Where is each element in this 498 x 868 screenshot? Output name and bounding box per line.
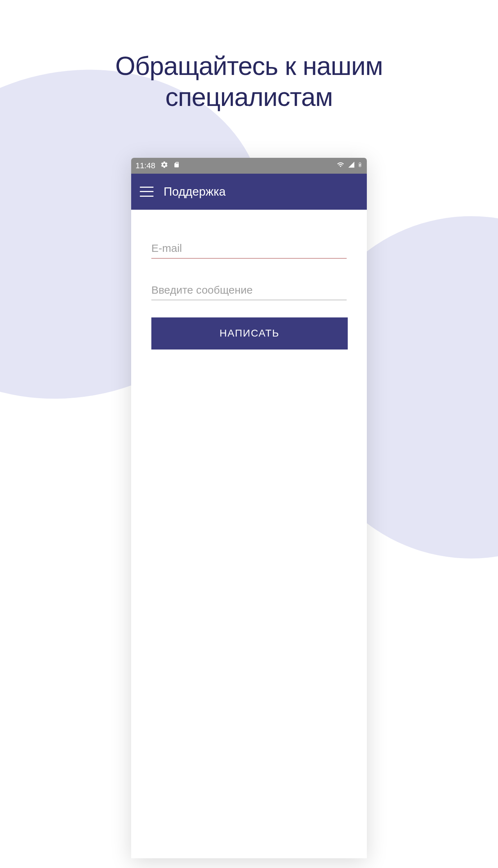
gear-icon xyxy=(160,161,168,171)
sd-card-icon xyxy=(173,161,180,171)
status-bar-right xyxy=(336,161,363,171)
status-time: 11:48 xyxy=(135,161,155,170)
support-form: НАПИСАТЬ xyxy=(131,210,367,858)
message-input[interactable] xyxy=(151,280,347,300)
promo-heading-line1: Обращайтесь к нашим xyxy=(115,52,383,80)
signal-icon xyxy=(347,161,355,170)
wifi-icon xyxy=(336,161,345,170)
app-bar: Поддержка xyxy=(131,174,367,210)
promo-heading-line2: специалистам xyxy=(165,83,333,111)
app-bar-title: Поддержка xyxy=(164,185,226,199)
email-input[interactable] xyxy=(151,239,347,259)
status-bar-left: 11:48 xyxy=(135,161,180,171)
promo-heading: Обращайтесь к нашим специалистам xyxy=(0,0,498,113)
phone-frame: 11:48 Поддержка xyxy=(131,158,367,858)
submit-button[interactable]: НАПИСАТЬ xyxy=(151,317,348,350)
battery-charging-icon xyxy=(357,161,363,171)
hamburger-icon[interactable] xyxy=(140,187,154,197)
status-bar: 11:48 xyxy=(131,158,367,174)
